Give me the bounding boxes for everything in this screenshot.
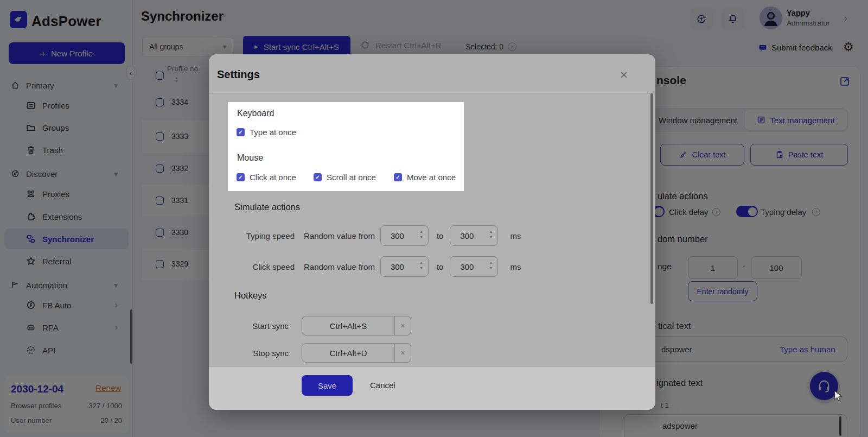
check-update-button[interactable] (690, 8, 713, 30)
gear-icon[interactable]: ⚙ (843, 40, 854, 54)
expand-icon[interactable] (839, 76, 850, 87)
range-to-input[interactable]: 100 (751, 256, 802, 279)
sidebar-item-discover[interactable]: Discover ▾ (0, 163, 133, 184)
page-title: Synchronizer (141, 9, 224, 24)
caret-down-icon: ▾ (114, 170, 118, 178)
typing-speed-to-input[interactable]: 300 ▲▼ (450, 225, 498, 246)
range-from-input[interactable]: 1 (688, 256, 738, 279)
typing-speed-from-input[interactable]: 300 ▲▼ (380, 225, 429, 246)
compass-icon (11, 169, 20, 178)
row-checkbox[interactable] (156, 132, 164, 141)
typing-delay-toggle[interactable] (736, 206, 758, 217)
enter-randomly-button[interactable]: Enter randomly (688, 281, 757, 301)
row-checkbox[interactable] (156, 197, 164, 205)
user-avatar[interactable] (760, 7, 782, 29)
broom-icon (679, 150, 687, 159)
sidebar-item-profiles[interactable]: Profiles (0, 95, 133, 116)
cancel-button[interactable]: Cancel (370, 381, 395, 390)
clear-hotkey-icon[interactable]: × (395, 316, 411, 335)
column-header-profile-no[interactable]: Profile no. (167, 65, 200, 73)
sidebar-collapse-button[interactable]: ‹ (126, 66, 135, 80)
save-button[interactable]: Save (302, 375, 353, 396)
click-speed-row: Click speed Random value from 300 ▲▼ to … (234, 256, 521, 277)
spinner-arrows-icon[interactable]: ▲▼ (489, 230, 493, 239)
range-label: nge (658, 262, 672, 271)
folder-icon (26, 123, 36, 132)
designated-text-textarea[interactable]: adspower (624, 414, 847, 437)
designated-text-heading: ignated text (656, 378, 703, 388)
table-row[interactable]: 3332 (171, 164, 188, 173)
info-icon[interactable]: i (712, 208, 720, 216)
sort-icon[interactable]: ▲ ▼ (175, 77, 178, 83)
paste-text-button[interactable]: Paste text (750, 144, 848, 166)
new-profile-button[interactable]: + New Profile (9, 42, 125, 64)
sidebar-item-primary[interactable]: Primary ▾ (0, 75, 133, 96)
table-row[interactable]: 3331 (171, 196, 188, 205)
restart-button[interactable]: Restart Ctrl+Alt+R (360, 40, 442, 50)
sidebar-item-fb-auto[interactable]: FB Auto › (0, 295, 133, 315)
sidebar-item-synchronizer[interactable]: Synchronizer (4, 229, 129, 249)
tab-text-management[interactable]: Text management (745, 110, 847, 130)
checkbox-checked-icon[interactable]: ✓ (237, 128, 245, 136)
click-speed-from-input[interactable]: 300 ▲▼ (380, 256, 429, 277)
sidebar-item-referral[interactable]: Referral (0, 251, 133, 271)
spinner-arrows-icon[interactable]: ▲▼ (419, 261, 423, 270)
row-checkbox[interactable] (156, 164, 164, 173)
console-tabs: Window management Text management (651, 108, 848, 132)
row-checkbox[interactable] (156, 98, 164, 106)
stop-sync-hotkey-input[interactable]: Ctrl+Alt+D (302, 343, 395, 363)
table-row[interactable]: 3330 (171, 228, 188, 237)
sidebar-item-rpa[interactable]: RPA › (0, 317, 133, 338)
sidebar-item-automation[interactable]: Automation ▾ (0, 275, 133, 295)
submit-feedback-button[interactable]: Submit feedback (758, 43, 832, 52)
type-as-human-link[interactable]: Type as human (780, 345, 835, 354)
screen: AdsPower + New Profile ‹ Primary ▾ Profi… (0, 0, 868, 437)
click-speed-to-input[interactable]: 300 ▲▼ (450, 256, 498, 277)
checkbox-checked-icon[interactable]: ✓ (237, 173, 245, 181)
clear-text-button[interactable]: Clear text (660, 144, 744, 166)
sidebar-item-proxies[interactable]: Proxies (0, 183, 133, 204)
spinner-arrows-icon[interactable]: ▲▼ (489, 261, 493, 270)
sidebar-item-api[interactable]: API API (0, 340, 133, 360)
table-row[interactable]: 3334 (171, 98, 188, 106)
random-number-heading: dom number (658, 234, 708, 244)
table-row[interactable]: 3329 (171, 259, 188, 268)
account-chevron-icon[interactable]: › (844, 13, 847, 24)
click-at-once-option[interactable]: ✓ Click at once (237, 173, 296, 182)
close-icon[interactable]: × (620, 67, 628, 83)
notifications-button[interactable] (722, 8, 744, 30)
sidebar: AdsPower + New Profile ‹ Primary ▾ Profi… (0, 0, 133, 437)
sidebar-item-groups[interactable]: Groups (0, 117, 133, 138)
checkbox-checked-icon[interactable]: ✓ (314, 173, 322, 181)
scroll-at-once-option[interactable]: ✓ Scroll at once (314, 173, 376, 182)
group-filter-select[interactable]: All groups ▾ (142, 37, 233, 56)
textarea-scrollbar[interactable] (839, 416, 841, 436)
row-checkbox[interactable] (156, 229, 164, 237)
console-title: nsole (656, 74, 686, 87)
type-at-once-option[interactable]: ✓ Type at once (237, 128, 296, 137)
list-icon (757, 116, 765, 124)
checkbox-checked-icon[interactable]: ✓ (394, 173, 402, 181)
browser-profiles-label: Browser profiles (11, 402, 61, 410)
identical-text-input[interactable]: dspower Type as human (624, 337, 847, 362)
tab-window-management[interactable]: Window management (651, 108, 745, 132)
row-checkbox[interactable] (156, 260, 164, 268)
start-sync-label: Start sync (234, 321, 289, 331)
renew-link[interactable]: Renew (95, 383, 121, 392)
start-sync-hotkey-input[interactable]: Ctrl+Alt+S (302, 316, 395, 335)
spinner-arrows-icon[interactable]: ▲▼ (419, 230, 423, 239)
sidebar-scrollbar[interactable] (130, 309, 132, 364)
fb-auto-icon (26, 300, 36, 310)
move-at-once-option[interactable]: ✓ Move at once (394, 173, 456, 182)
sidebar-item-extensions[interactable]: Extensions (0, 206, 133, 227)
svg-text:API: API (29, 349, 33, 352)
info-icon[interactable]: i (812, 208, 820, 216)
modal-header-divider (209, 93, 655, 93)
modal-scrollbar[interactable] (650, 93, 653, 304)
clear-hotkey-icon[interactable]: × (395, 343, 411, 363)
clear-selection-icon[interactable]: × (508, 42, 516, 51)
table-row[interactable]: 3333 (171, 132, 188, 141)
select-all-checkbox[interactable] (156, 72, 164, 80)
sidebar-item-trash[interactable]: Trash (0, 140, 133, 160)
play-icon: ▶ (254, 44, 258, 49)
